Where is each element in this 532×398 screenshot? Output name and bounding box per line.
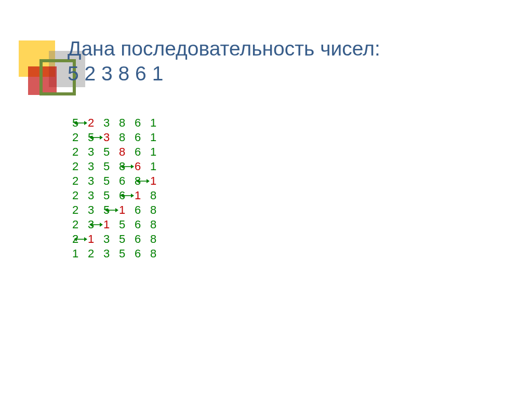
number-cell: 6	[130, 234, 145, 245]
slide-title: Дана последовательность чисел: 5 2 3 8 6…	[68, 36, 501, 86]
svg-marker-22	[74, 237, 77, 241]
number-cell: 6	[130, 132, 145, 143]
svg-marker-16	[105, 208, 108, 212]
number-cell: 5	[99, 161, 114, 172]
sequence-row: 213568	[68, 234, 161, 245]
svg-marker-17	[115, 208, 118, 212]
svg-marker-13	[121, 194, 124, 198]
number-cell: 6	[114, 175, 130, 187]
sequence-row: 235168	[68, 204, 161, 216]
svg-marker-1	[74, 121, 77, 125]
svg-marker-19	[89, 223, 92, 227]
svg-marker-8	[131, 164, 134, 169]
number-cell: 2	[68, 204, 83, 216]
number-cell: 2	[68, 161, 83, 172]
number-cell: 8	[145, 234, 161, 245]
number-cell: 6	[130, 204, 145, 216]
number-cell: 8	[145, 219, 161, 230]
number-cell: 2	[68, 146, 83, 158]
number-cell: 3	[99, 234, 114, 245]
sequence-row: 235861	[68, 161, 161, 172]
sequence-row: 231568	[68, 219, 161, 230]
title-line-2: 5 2 3 8 6 1	[68, 61, 501, 86]
number-cell: 8	[145, 204, 161, 216]
number-cell: 6	[130, 117, 145, 129]
number-cell: 3	[83, 146, 99, 158]
number-cell: 8	[114, 117, 130, 129]
sequence-row: 253861	[68, 132, 161, 143]
number-cell: 1	[145, 117, 161, 129]
sequence-steps: 5238612538612358612358612356812356182351…	[68, 117, 161, 263]
number-cell: 6	[130, 219, 145, 230]
number-cell: 3	[83, 190, 99, 201]
number-cell: 1	[145, 146, 161, 158]
number-cell: 5	[114, 219, 130, 230]
sequence-row: 523861	[68, 117, 161, 129]
svg-marker-14	[131, 194, 134, 198]
svg-marker-11	[147, 179, 150, 183]
number-cell: 8	[145, 190, 161, 201]
svg-marker-20	[100, 223, 103, 227]
sequence-row: 235681	[68, 175, 161, 187]
number-cell: 5	[114, 234, 130, 245]
number-cell: 8	[114, 146, 130, 158]
number-cell: 3	[83, 175, 99, 187]
svg-marker-4	[89, 135, 92, 140]
svg-marker-23	[84, 237, 87, 241]
number-cell: 6	[130, 146, 145, 158]
number-cell: 3	[99, 248, 114, 259]
title-line-1: Дана последовательность чисел:	[68, 36, 501, 61]
number-cell: 3	[83, 161, 99, 172]
number-cell: 8	[114, 132, 130, 143]
svg-marker-7	[121, 164, 124, 169]
number-cell: 2	[68, 190, 83, 201]
number-cell: 5	[99, 146, 114, 158]
svg-marker-10	[136, 179, 139, 183]
number-cell: 8	[145, 248, 161, 259]
number-cell: 2	[68, 219, 83, 230]
sequence-row: 235861	[68, 146, 161, 158]
number-cell: 5	[99, 175, 114, 187]
svg-marker-5	[100, 135, 103, 140]
number-cell: 2	[68, 132, 83, 143]
sequence-row: 235618	[68, 190, 161, 201]
number-cell: 6	[130, 248, 145, 259]
svg-marker-2	[84, 121, 87, 125]
sequence-row: 123568	[68, 248, 161, 259]
number-cell: 5	[99, 190, 114, 201]
number-cell: 1	[68, 248, 83, 259]
number-cell: 1	[145, 132, 161, 143]
number-cell: 5	[114, 248, 130, 259]
number-cell: 3	[83, 204, 99, 216]
number-cell: 2	[68, 175, 83, 187]
number-cell: 1	[145, 161, 161, 172]
number-cell: 3	[99, 117, 114, 129]
number-cell: 2	[83, 248, 99, 259]
